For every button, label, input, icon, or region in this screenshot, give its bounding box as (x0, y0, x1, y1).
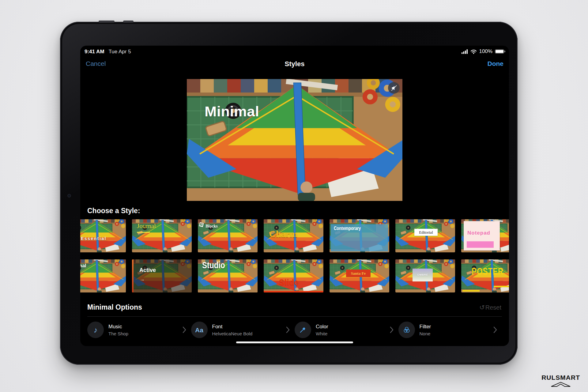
active-edge-stripe (132, 259, 134, 292)
poster-bar (494, 286, 509, 287)
chevron-right-icon (183, 326, 186, 333)
editorial-label-chip: Editorial (414, 229, 438, 236)
watermark-logo (551, 382, 571, 387)
style-thumb-minimal-selected[interactable]: Minimal (80, 259, 126, 292)
style-label: Studio (202, 260, 225, 270)
options-row: ♪ Music The Shop Aa Font HelveticaNeue B… (87, 320, 502, 340)
style-thumb-santa-fe[interactable]: Santa Fe (330, 259, 389, 292)
style-thumb-journal[interactable]: Journal (132, 219, 192, 252)
reset-button[interactable]: ↺ Reset (479, 304, 501, 311)
style-thumb-studio[interactable]: Studio (198, 259, 258, 292)
style-label: Blocks (205, 224, 218, 229)
home-indicator[interactable] (236, 341, 353, 343)
style-label: POSTER (472, 267, 503, 277)
option-label: Color (316, 324, 328, 330)
style-thumb-ombre[interactable]: OMBRÉ (395, 259, 455, 292)
style-label: Active (139, 267, 156, 273)
style-label: Minimal (80, 263, 86, 269)
option-value: The Shop (108, 331, 128, 336)
notepad-card: Notepad (464, 221, 500, 251)
font-icon-circle: Aa (191, 322, 208, 338)
volume-button (123, 21, 134, 23)
chevron-right-icon (493, 326, 497, 333)
reset-icon: ↺ (479, 304, 485, 311)
style-thumb-contemporary[interactable]: Contemporary (330, 219, 389, 252)
kite-scene-art (80, 259, 126, 292)
style-label: Notepad (467, 230, 490, 236)
style-thumb-poster[interactable]: POSTER (461, 259, 509, 292)
filter-icon-circle (398, 322, 415, 338)
style-thumb-blocks[interactable]: Blocks (198, 219, 258, 252)
style-row-1: Essential Journal Blocks Charm (80, 219, 509, 252)
style-thumb-essential[interactable]: Essential (80, 219, 126, 252)
music-note-icon: ♪ (94, 326, 98, 334)
options-divider (87, 316, 502, 317)
watermark: RULSMART (541, 374, 580, 387)
style-label: Journal (137, 223, 156, 229)
style-label: Essential (81, 236, 107, 241)
front-camera (67, 194, 71, 198)
preview-style-title: Minimal (205, 103, 259, 120)
option-value: HelveticaNeue Bold (212, 331, 253, 336)
status-date: Tue Apr 5 (109, 49, 131, 55)
slide-bottom-bar (264, 291, 323, 292)
chevron-right-icon (390, 326, 394, 333)
ipad-device: 9:41 AM Tue Apr 5 100% (60, 22, 518, 365)
option-music[interactable]: ♪ Music The Shop (87, 320, 191, 340)
blocks-icon (198, 221, 205, 228)
option-value: None (420, 331, 431, 336)
video-preview[interactable]: Minimal (187, 79, 402, 201)
mute-button[interactable] (388, 82, 400, 94)
options-heading: Minimal Options (87, 303, 142, 311)
option-filter[interactable]: Filter None (398, 320, 502, 340)
style-label: Editorial (419, 230, 433, 235)
cancel-button[interactable]: Cancel (86, 60, 106, 67)
reset-label: Reset (485, 304, 501, 311)
active-arrow: → (140, 277, 145, 282)
style-thumb-active[interactable]: Active → (132, 259, 192, 292)
kite-scene-art (264, 259, 323, 292)
battery-percent: 100% (479, 48, 492, 55)
notepad-scribble (467, 241, 494, 248)
wifi-icon (470, 49, 477, 54)
santa-fe-label-chip: Santa Fe (346, 270, 371, 277)
style-thumb-notepad[interactable]: Notepad (461, 219, 509, 252)
status-time: 9:41 AM (85, 49, 104, 55)
style-label: Slide (279, 278, 299, 287)
option-label: Music (108, 324, 128, 330)
music-icon-circle: ♪ (87, 322, 104, 338)
kite-scene-art (395, 219, 455, 252)
poster-bar (462, 290, 480, 292)
option-font[interactable]: Aa Font HelveticaNeue Bold (191, 320, 295, 340)
navigation-bar: Styles Cancel Done (80, 57, 509, 71)
kite-workshop-art (187, 79, 402, 201)
ombre-gradient-chip: OMBRÉ (413, 269, 433, 281)
eyedropper-icon (299, 326, 307, 334)
cellular-signal-icon (462, 49, 468, 54)
color-icon-circle (295, 322, 311, 338)
status-bar: 9:41 AM Tue Apr 5 100% (80, 48, 509, 55)
option-label: Filter (420, 324, 431, 330)
font-aa-icon: Aa (195, 327, 203, 333)
option-color[interactable]: Color White (295, 320, 398, 340)
done-button[interactable]: Done (488, 60, 504, 67)
app-screen: 9:41 AM Tue Apr 5 100% (80, 46, 509, 346)
muted-speaker-icon (391, 85, 397, 91)
battery-icon (495, 49, 504, 54)
style-thumb-charm[interactable]: Charm (264, 219, 323, 252)
filter-icon (403, 326, 411, 334)
style-label: OMBRÉ (417, 273, 428, 276)
page-title: Styles (80, 60, 509, 68)
style-row-2: Minimal Active → Studio Slide (80, 259, 509, 292)
volume-button (99, 21, 115, 23)
style-thumb-editorial[interactable]: Editorial (395, 219, 455, 252)
option-value: White (316, 331, 328, 336)
chevron-right-icon (286, 326, 290, 333)
active-dark-overlay (132, 259, 192, 292)
journal-underline (137, 232, 150, 233)
choose-style-heading: Choose a Style: (87, 207, 140, 215)
kite-scene-art (80, 219, 126, 252)
style-thumb-slide[interactable]: Slide (264, 259, 323, 292)
option-label: Font (212, 324, 253, 330)
style-label: Charm (269, 229, 297, 239)
